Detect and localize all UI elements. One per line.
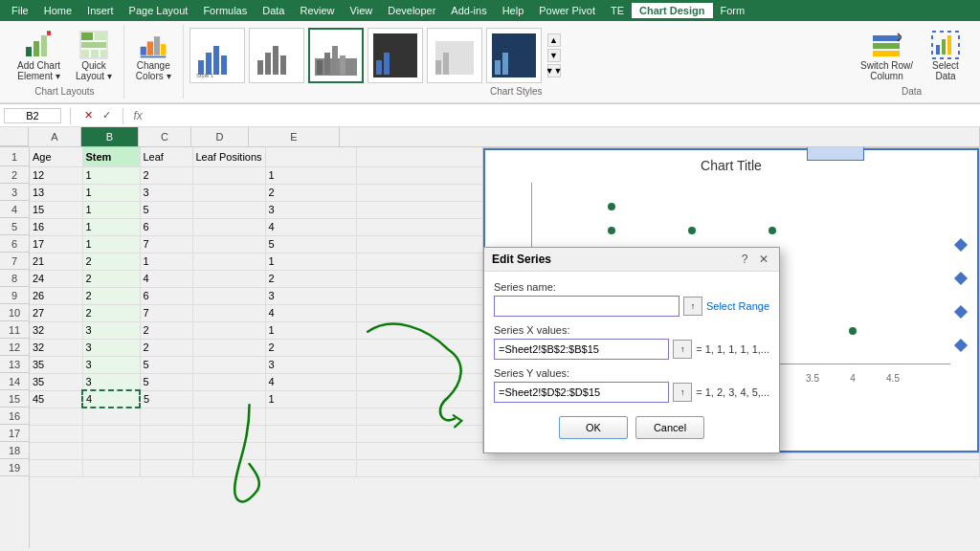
cell-e9[interactable]: 3 [265,287,356,304]
cell-c17[interactable] [140,425,192,442]
cell-e10[interactable]: 4 [265,304,356,321]
scroll-more-button[interactable]: ▼▼ [547,64,561,77]
cell-a19[interactable] [30,459,82,476]
row-header-18[interactable]: 18 [0,442,29,459]
menu-chart-design[interactable]: Chart Design [632,3,712,18]
cell-a13[interactable]: 35 [30,356,82,373]
cell-c6[interactable]: 7 [140,235,192,253]
row-header-16[interactable]: 16 [0,408,29,425]
cell-b5[interactable]: 1 [82,218,140,235]
cell-b18[interactable] [82,442,140,459]
cell-a15[interactable]: 45 [30,390,82,408]
dialog-close-button[interactable]: ✕ [756,252,771,267]
menu-file[interactable]: File [4,5,36,16]
cell-d6[interactable] [192,235,265,253]
cell-e12[interactable]: 2 [265,339,356,356]
row-header-10[interactable]: 10 [0,304,29,321]
menu-help[interactable]: Help [495,5,532,16]
cell-c15[interactable]: 5 [140,390,192,408]
cell-e7[interactable]: 1 [265,253,356,270]
change-colors-button[interactable]: ChangeColors ▾ [130,27,177,84]
menu-home[interactable]: Home [36,5,79,16]
formula-input[interactable] [146,109,976,122]
switch-row-column-button[interactable]: Switch Row/Column [855,27,919,84]
chart-resize-handle-top[interactable] [807,147,864,161]
cell-a3[interactable]: 13 [30,184,82,201]
row-header-15[interactable]: 15 [0,390,29,408]
cell-a5[interactable]: 16 [30,218,82,235]
cell-c13[interactable]: 5 [140,356,192,373]
menu-addins[interactable]: Add-ins [443,5,494,16]
cell-d10[interactable] [192,304,265,321]
cell-b4[interactable]: 1 [82,201,140,218]
row-header-4[interactable]: 4 [0,201,29,218]
cell-c11[interactable]: 2 [140,321,192,339]
cell-b6[interactable]: 1 [82,235,140,253]
col-header-rest[interactable] [340,127,980,146]
select-range-link[interactable]: Select Range [706,300,769,312]
series-x-input[interactable] [494,339,669,360]
menu-formulas[interactable]: Formulas [195,5,255,16]
row-header-8[interactable]: 8 [0,270,29,287]
cell-b19[interactable] [82,459,140,476]
chart-styles-scroll[interactable]: ▲ ▼ ▼▼ [547,33,561,77]
cell-c2[interactable]: 2 [140,166,192,184]
cell-c12[interactable]: 2 [140,339,192,356]
cell-e1[interactable] [265,147,356,166]
cell-e15[interactable]: 1 [265,390,356,408]
row-header-2[interactable]: 2 [0,166,29,184]
col-header-a[interactable]: A [29,127,81,146]
cell-d12[interactable] [192,339,265,356]
col-header-d[interactable]: D [191,127,249,146]
cell-c3[interactable]: 3 [140,184,192,201]
cell-a7[interactable]: 21 [30,253,82,270]
cell-d16[interactable] [192,408,265,425]
cell-b16[interactable] [82,408,140,425]
dialog-cancel-button[interactable]: Cancel [635,416,704,439]
row-header-13[interactable]: 13 [0,356,29,373]
cell-a10[interactable]: 27 [30,304,82,321]
col-header-c[interactable]: C [139,127,191,146]
cell-d9[interactable] [192,287,265,304]
cell-d15[interactable] [192,390,265,408]
menu-developer[interactable]: Developer [380,5,443,16]
cell-a8[interactable]: 24 [30,270,82,287]
cell-b10[interactable]: 2 [82,304,140,321]
add-chart-element-button[interactable]: Add ChartElement ▾ [11,27,66,84]
scroll-down-button[interactable]: ▼ [547,49,561,62]
cell-a4[interactable]: 15 [30,201,82,218]
cell-a11[interactable]: 32 [30,321,82,339]
cell-d8[interactable] [192,270,265,287]
cell-b15[interactable]: 4 [82,390,140,408]
cell-e18[interactable] [265,442,356,459]
cell-d2[interactable] [192,166,265,184]
series-y-input[interactable] [494,382,669,403]
row-header-6[interactable]: 6 [0,235,29,253]
cell-a2[interactable]: 12 [30,166,82,184]
cell-e14[interactable]: 4 [265,373,356,390]
select-data-button[interactable]: SelectData [923,27,969,84]
col-header-b[interactable]: B [81,127,139,146]
cell-d19[interactable] [192,459,265,476]
row-header-9[interactable]: 9 [0,287,29,304]
quick-layout-button[interactable]: QuickLayout ▾ [70,27,118,84]
cell-a6[interactable]: 17 [30,235,82,253]
row-header-12[interactable]: 12 [0,339,29,356]
cell-a14[interactable]: 35 [30,373,82,390]
row-header-17[interactable]: 17 [0,425,29,442]
menu-power-pivot[interactable]: Power Pivot [531,5,603,16]
menu-form[interactable]: Form [713,5,753,16]
row-header-14[interactable]: 14 [0,373,29,390]
cell-c4[interactable]: 5 [140,201,192,218]
cell-c7[interactable]: 1 [140,253,192,270]
row-header-19[interactable]: 19 [0,459,29,476]
cell-d5[interactable] [192,218,265,235]
col-header-e[interactable]: E [249,127,340,146]
cell-e17[interactable] [265,425,356,442]
cell-e2[interactable]: 1 [265,166,356,184]
cell-d4[interactable] [192,201,265,218]
row-header-5[interactable]: 5 [0,218,29,235]
style-thumb-2[interactable] [249,28,304,83]
dialog-help-button[interactable]: ? [737,252,752,267]
cell-b8[interactable]: 2 [82,270,140,287]
